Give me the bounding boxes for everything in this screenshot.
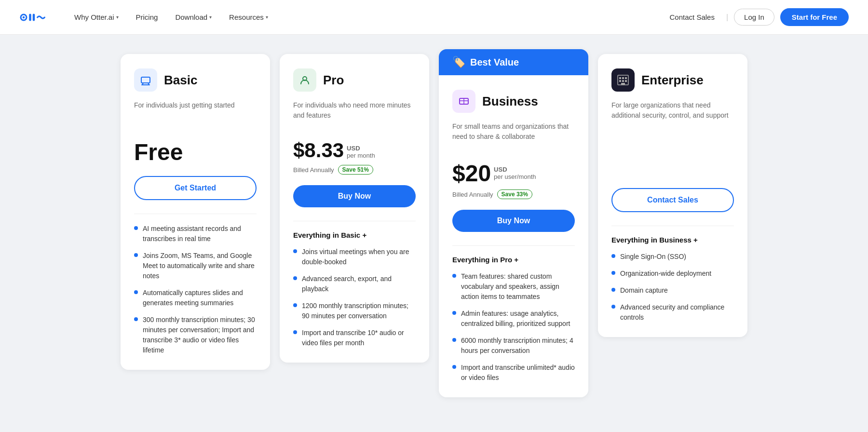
business-everything-in: Everything in Pro +: [452, 256, 575, 264]
list-item: Import and transcribe unlimited* audio o…: [452, 363, 575, 383]
chevron-down-icon: ▾: [209, 14, 212, 20]
basic-feature-list: AI meeting assistant records and transcr…: [134, 224, 257, 355]
basic-plan-name: Basic: [164, 73, 197, 88]
enterprise-plan-name: Enterprise: [641, 73, 704, 88]
logo[interactable]: [19, 9, 48, 26]
business-plan-wrapper: 🏷️ Best Value Business For small: [439, 49, 588, 397]
list-item: 1200 monthly transcription minutes; 90 m…: [293, 301, 416, 321]
basic-plan-icon: [134, 68, 157, 92]
basic-get-started-button[interactable]: Get Started: [134, 176, 257, 200]
list-item: Team features: shared custom vocabulary …: [452, 271, 575, 302]
svg-rect-3: [29, 14, 31, 21]
list-item: 300 monthly transcription minutes; 30 mi…: [134, 315, 257, 355]
pro-plan-card: Pro For individuals who need more minute…: [280, 54, 429, 363]
bullet-icon: [452, 274, 456, 278]
nav-why-otter[interactable]: Why Otter.ai ▾: [68, 9, 125, 25]
bullet-icon: [293, 330, 297, 334]
pro-plan-header: Pro: [293, 68, 416, 92]
bullet-icon: [293, 249, 297, 253]
business-divider: [452, 245, 575, 246]
list-item: Single Sign-On (SSO): [611, 252, 734, 262]
pro-buy-now-button[interactable]: Buy Now: [293, 185, 416, 207]
logo-icon: [19, 9, 48, 26]
basic-price: Free: [134, 139, 257, 165]
bullet-icon: [611, 271, 615, 275]
list-item: Joins Zoom, MS Teams, and Google Meet to…: [134, 251, 257, 281]
list-item: Advanced search, export, and playback: [293, 274, 416, 294]
list-item: AI meeting assistant records and transcr…: [134, 224, 257, 244]
svg-rect-17: [619, 77, 621, 79]
basic-price-block: Free: [134, 139, 257, 165]
pro-plan-desc: For individuals who need more minutes an…: [293, 100, 416, 127]
contact-sales-nav-link[interactable]: Contact Sales: [664, 9, 720, 25]
enterprise-contact-sales-button[interactable]: Contact Sales: [611, 188, 734, 212]
main-content: Basic For individuals just getting start…: [0, 35, 868, 432]
pro-save-badge: Save 51%: [338, 165, 373, 175]
pro-billed: Billed Annually Save 51%: [293, 165, 416, 175]
svg-rect-23: [621, 83, 625, 85]
list-item: Domain capture: [611, 285, 734, 296]
chevron-down-icon: ▾: [266, 14, 268, 20]
bullet-icon: [134, 253, 138, 257]
list-item: 6000 monthly transcription minutes; 4 ho…: [452, 336, 575, 356]
pro-divider: [293, 221, 416, 221]
business-plan-icon: [452, 90, 475, 113]
business-billed: Billed Annually Save 33%: [452, 189, 575, 199]
bullet-icon: [611, 254, 615, 258]
basic-divider: [134, 214, 257, 214]
pro-everything-in: Everything in Basic +: [293, 231, 416, 239]
pro-plan-icon: [293, 68, 316, 92]
navbar: Why Otter.ai ▾ Pricing Download ▾ Resour…: [0, 0, 868, 35]
business-feature-list: Team features: shared custom vocabulary …: [452, 271, 575, 383]
list-item: Import and transcribe 10* audio or video…: [293, 328, 416, 348]
business-price-block: $20 USD per user/month Billed Annually S…: [452, 160, 575, 199]
list-item: Automatically captures slides and genera…: [134, 288, 257, 308]
list-item: Organization-wide deployment: [611, 269, 734, 279]
start-free-button[interactable]: Start for Free: [780, 8, 849, 26]
nav-resources[interactable]: Resources ▾: [222, 9, 275, 25]
pro-price-block: $8.33 USD per month Billed Annually Save…: [293, 139, 416, 175]
business-plan-name: Business: [482, 94, 538, 109]
enterprise-plan-icon: [611, 68, 635, 92]
bullet-icon: [611, 288, 615, 292]
bullet-icon: [134, 226, 138, 230]
bullet-icon: [134, 290, 138, 294]
enterprise-divider: [611, 226, 734, 226]
best-value-banner: 🏷️ Best Value: [439, 49, 588, 75]
business-buy-now-button[interactable]: Buy Now: [452, 210, 575, 232]
enterprise-plan-card: Enterprise For large organizations that …: [598, 54, 747, 337]
basic-plan-card: Basic For individuals just getting start…: [121, 54, 270, 370]
bullet-icon: [452, 311, 456, 315]
bullet-icon: [134, 317, 138, 321]
svg-rect-19: [625, 77, 627, 79]
basic-plan-desc: For individuals just getting started: [134, 100, 257, 127]
list-item: Joins virtual meetings when you are doub…: [293, 247, 416, 267]
svg-rect-18: [622, 77, 624, 79]
bullet-icon: [611, 305, 615, 309]
pro-feature-list: Joins virtual meetings when you are doub…: [293, 247, 416, 348]
login-button[interactable]: Log In: [734, 9, 774, 26]
bullet-icon: [293, 276, 297, 280]
svg-rect-4: [33, 14, 35, 21]
pro-plan-name: Pro: [323, 73, 344, 88]
pro-price-meta: USD per month: [347, 139, 375, 159]
nav-download[interactable]: Download ▾: [168, 9, 218, 25]
nav-right: Contact Sales | Log In Start for Free: [664, 8, 849, 26]
svg-rect-22: [625, 80, 627, 82]
pro-price-dollar: $8.33: [293, 139, 344, 162]
bullet-icon: [293, 303, 297, 307]
nav-links: Why Otter.ai ▾ Pricing Download ▾ Resour…: [68, 9, 664, 25]
basic-plan-header: Basic: [134, 68, 257, 92]
business-save-badge: Save 33%: [497, 189, 532, 199]
svg-rect-21: [622, 80, 624, 82]
business-plan-desc: For small teams and organizations that n…: [452, 122, 575, 148]
chevron-down-icon: ▾: [116, 14, 119, 20]
nav-pricing[interactable]: Pricing: [129, 9, 165, 25]
bullet-icon: [452, 338, 456, 342]
business-price-dollar: $20: [452, 160, 491, 187]
tag-icon: 🏷️: [452, 56, 465, 68]
enterprise-plan-header: Enterprise: [611, 68, 734, 92]
business-plan-header: Business: [452, 90, 575, 113]
svg-rect-20: [619, 80, 621, 82]
enterprise-everything-in: Everything in Business +: [611, 236, 734, 244]
